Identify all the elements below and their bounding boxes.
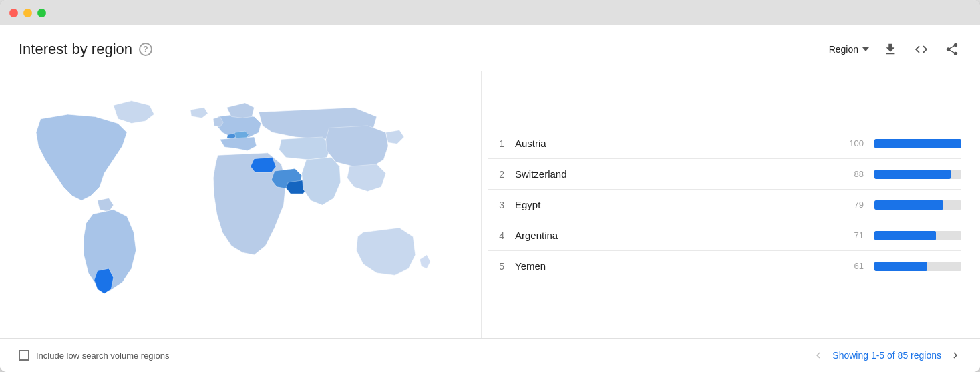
world-map: [13, 85, 468, 325]
region-dropdown[interactable]: Region: [829, 44, 869, 55]
country-name: Yemen: [515, 260, 829, 272]
map-section: [0, 71, 481, 338]
minimize-dot[interactable]: [23, 9, 32, 17]
bar-fill: [874, 200, 943, 210]
low-volume-checkbox[interactable]: [19, 350, 29, 361]
bar-container: [874, 139, 961, 148]
rank-number: 3: [488, 200, 504, 210]
country-name: Austria: [515, 138, 829, 149]
country-name: Argentina: [515, 230, 829, 241]
bar-fill: [874, 170, 951, 179]
bar-fill: [874, 139, 961, 148]
regions-list: 1 Austria 100 2 Switzerland 88 3 Egypt 7…: [481, 71, 980, 338]
page-title: Interest by region: [19, 41, 132, 58]
country-name: Egypt: [515, 199, 829, 210]
pagination-text: Showing 1-5 of 85 regions: [832, 350, 941, 361]
bar-container: [874, 231, 961, 240]
close-dot[interactable]: [9, 9, 18, 17]
bar-container: [874, 200, 961, 210]
content-area: Interest by region ? Region: [0, 25, 980, 372]
download-icon[interactable]: [881, 40, 900, 59]
table-row: 2 Switzerland 88: [488, 159, 961, 190]
score-value: 79: [840, 200, 864, 210]
maximize-dot[interactable]: [37, 9, 46, 17]
low-volume-label: Include low search volume regions: [36, 351, 169, 361]
bar-fill: [874, 231, 936, 240]
rank-number: 4: [488, 230, 504, 241]
table-row: 5 Yemen 61: [488, 251, 961, 281]
main-window: Interest by region ? Region: [0, 0, 980, 372]
next-page-button[interactable]: [949, 349, 961, 361]
bar-fill: [874, 262, 927, 271]
table-row: 3 Egypt 79: [488, 190, 961, 220]
low-volume-checkbox-label[interactable]: Include low search volume regions: [19, 350, 169, 361]
share-icon[interactable]: [943, 40, 961, 59]
rank-number: 1: [488, 138, 504, 149]
pagination: Showing 1-5 of 85 regions: [812, 349, 961, 361]
score-value: 88: [840, 169, 864, 179]
footer: Include low search volume regions Showin…: [0, 338, 980, 372]
table-row: 4 Argentina 71: [488, 220, 961, 251]
header-right: Region: [829, 40, 961, 59]
score-value: 100: [840, 138, 864, 148]
rank-number: 2: [488, 169, 504, 180]
header-left: Interest by region ?: [19, 41, 152, 58]
section-header: Interest by region ? Region: [0, 25, 980, 71]
table-row: 1 Austria 100: [488, 128, 961, 159]
region-label: Region: [829, 44, 858, 55]
score-value: 61: [840, 261, 864, 271]
country-name: Switzerland: [515, 168, 829, 180]
titlebar: [0, 0, 980, 25]
score-value: 71: [840, 230, 864, 240]
chevron-down-icon: [862, 47, 869, 51]
bar-container: [874, 170, 961, 179]
embed-icon[interactable]: [912, 40, 931, 59]
help-icon[interactable]: ?: [139, 43, 152, 56]
bar-container: [874, 262, 961, 271]
prev-page-button[interactable]: [812, 349, 824, 361]
rank-number: 5: [488, 261, 504, 272]
main-area: 1 Austria 100 2 Switzerland 88 3 Egypt 7…: [0, 71, 980, 338]
